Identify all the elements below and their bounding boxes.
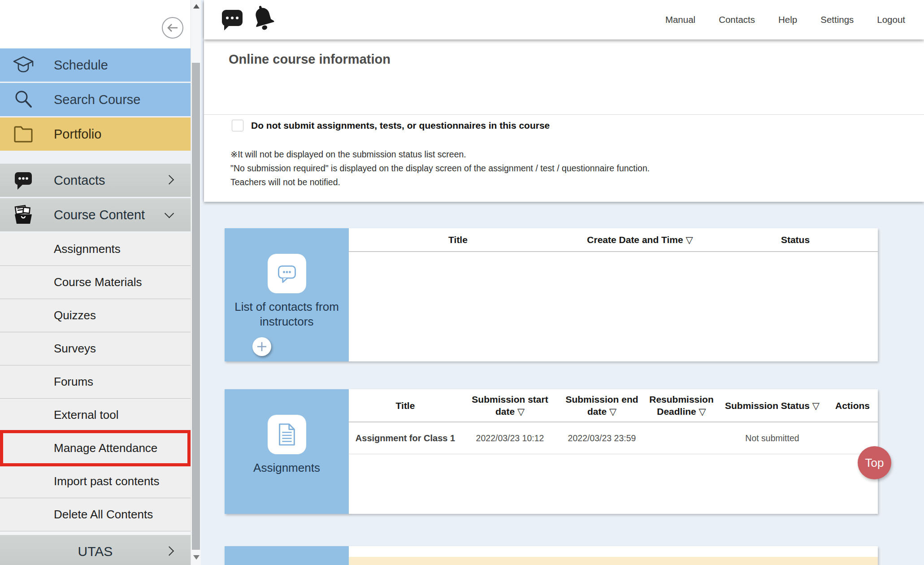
sidebar-item-search-course[interactable]: Search Course xyxy=(0,83,191,116)
sidebar-item-label: Search Course xyxy=(54,92,140,107)
sidebar-subitem-external-tool[interactable]: External tool xyxy=(0,399,191,432)
nav-logout[interactable]: Logout xyxy=(877,14,905,25)
sidebar-subitem-assignments[interactable]: Assignments xyxy=(0,233,191,266)
sidebar-subitem-label: Course Materials xyxy=(54,275,142,289)
nav-help[interactable]: Help xyxy=(778,14,797,25)
note-line: ※It will not be displayed on the submiss… xyxy=(230,148,650,161)
contacts-card: List of contacts from instructors Title … xyxy=(225,228,878,361)
sidebar-header xyxy=(0,0,191,48)
column-title[interactable]: Title xyxy=(349,400,462,412)
sidebar-subitem-label: Surveys xyxy=(54,342,96,356)
chevron-right-icon xyxy=(165,175,174,184)
content-box-icon xyxy=(13,204,34,226)
sidebar-subitem-import-past-contents[interactable]: Import past contents xyxy=(0,465,191,498)
bell-icon xyxy=(248,1,278,34)
next-card-table xyxy=(349,546,878,565)
cell-submission-end: 2022/03/23 23:59 xyxy=(558,433,646,443)
column-create-date-sort[interactable]: Create Date and Time ▽ xyxy=(567,234,713,246)
sidebar-item-label: Schedule xyxy=(54,58,108,73)
contacts-table-header: Title Create Date and Time ▽ Status xyxy=(349,228,878,251)
column-submission-status-sort[interactable]: Submission Status ▽ xyxy=(717,400,827,412)
nav-contacts[interactable]: Contacts xyxy=(719,14,755,25)
sidebar-item-label: Course Content xyxy=(54,208,145,222)
assignments-card-side: Assignments xyxy=(225,389,349,514)
sidebar-subitem-label: Quizzes xyxy=(54,309,96,322)
no-submit-option-row: Do not submit assignments, tests, or que… xyxy=(232,120,550,131)
sidebar-subitem-label: External tool xyxy=(54,408,119,422)
chevron-right-icon xyxy=(165,546,174,556)
sidebar-item-schedule[interactable]: Schedule xyxy=(0,48,191,82)
chat-bubble-icon xyxy=(13,170,34,191)
column-resubmission-deadline-sort[interactable]: Resubmission Deadline ▽ xyxy=(646,393,717,417)
sidebar-spacer xyxy=(0,151,191,164)
top-navigation: Manual Contacts Help Settings Logout xyxy=(665,0,905,39)
notes-block: ※It will not be displayed on the submiss… xyxy=(230,148,650,189)
course-info-panel: Online course information Do not submit … xyxy=(204,39,924,202)
table-row-highlighted xyxy=(349,557,878,565)
column-status[interactable]: Status xyxy=(713,234,878,246)
nav-settings[interactable]: Settings xyxy=(820,14,854,25)
no-submit-checkbox-label: Do not submit assignments, tests, or que… xyxy=(251,120,550,131)
sidebar-scrollbar xyxy=(191,0,201,565)
sidebar-item-portfolio[interactable]: Portfolio xyxy=(0,117,191,151)
card-label: List of contacts from instructors xyxy=(225,300,349,329)
sidebar-subitem-manage-attendance[interactable]: Manage Attendance xyxy=(0,432,191,465)
contacts-tile xyxy=(268,254,306,293)
chevron-down-icon xyxy=(165,209,174,218)
sidebar-spacer xyxy=(0,531,191,535)
sidebar-subitem-quizzes[interactable]: Quizzes xyxy=(0,299,191,332)
notifications-button[interactable] xyxy=(251,4,276,31)
messages-button[interactable] xyxy=(222,10,243,28)
sidebar-item-label: Contacts xyxy=(54,173,105,188)
column-actions: Actions xyxy=(827,400,878,412)
sidebar-item-course-content[interactable]: Course Content xyxy=(0,198,191,231)
scrollbar-up-arrow[interactable] xyxy=(193,4,200,9)
table-row xyxy=(349,546,878,557)
folder-icon xyxy=(13,123,34,145)
next-card-side xyxy=(225,546,349,565)
assignments-tile xyxy=(268,415,306,454)
contacts-table: Title Create Date and Time ▽ Status xyxy=(349,228,878,361)
scrollbar-down-arrow[interactable] xyxy=(193,555,200,560)
sidebar-item-label: UTAS xyxy=(78,544,113,559)
sidebar-subitem-label: Forums xyxy=(54,375,93,389)
column-title[interactable]: Title xyxy=(349,234,567,246)
scroll-to-top-label: Top xyxy=(865,456,884,470)
main-area: Manual Contacts Help Settings Logout Onl… xyxy=(204,0,924,565)
sidebar-subitem-label: Delete All Contents xyxy=(54,508,153,522)
sidebar-subitem-forums[interactable]: Forums xyxy=(0,365,191,399)
sidebar-subitem-label: Import past contents xyxy=(54,474,160,488)
search-icon xyxy=(13,89,34,110)
cell-submission-start: 2022/03/23 10:12 xyxy=(462,433,558,443)
column-submission-start-sort[interactable]: Submission start date ▽ xyxy=(462,393,558,417)
column-submission-end-sort[interactable]: Submission end date ▽ xyxy=(558,393,646,417)
scroll-to-top-button[interactable]: Top xyxy=(858,446,891,479)
sidebar-item-utas[interactable]: UTAS xyxy=(0,535,191,565)
table-row: Assignment for Class 1 2022/03/23 10:12 … xyxy=(349,422,878,454)
page-title: Online course information xyxy=(229,52,390,67)
cell-submission-status: Not submitted xyxy=(717,433,827,443)
add-contact-button[interactable] xyxy=(252,337,271,356)
sidebar-subitem-surveys[interactable]: Surveys xyxy=(0,332,191,365)
graduation-cap-icon xyxy=(13,54,34,76)
card-label: Assignments xyxy=(253,461,320,475)
sidebar-collapse-button[interactable] xyxy=(162,17,183,39)
sidebar-item-contacts[interactable]: Contacts xyxy=(0,164,191,197)
sidebar-subitem-label: Manage Attendance xyxy=(54,441,157,455)
note-line: Teachers will not be notified. xyxy=(230,175,650,189)
sidebar-subitem-course-materials[interactable]: Course Materials xyxy=(0,266,191,299)
chat-bubble-icon xyxy=(222,10,243,26)
divider xyxy=(349,251,878,252)
sidebar: Schedule Search Course Portfolio xyxy=(0,0,191,565)
sidebar-subitem-delete-all-contents[interactable]: Delete All Contents xyxy=(0,498,191,531)
chat-bubble-tail xyxy=(224,24,230,30)
scrollbar-thumb[interactable] xyxy=(192,63,200,550)
assignments-table-header: Title Submission start date ▽ Submission… xyxy=(349,389,878,422)
no-submit-checkbox[interactable] xyxy=(232,120,243,131)
top-bar: Manual Contacts Help Settings Logout xyxy=(204,0,924,39)
arrow-left-icon xyxy=(166,23,179,33)
assignments-card: Assignments Title Submission start date … xyxy=(225,389,878,514)
nav-manual[interactable]: Manual xyxy=(665,14,695,25)
cell-assignment-title: Assignment for Class 1 xyxy=(349,433,462,443)
divider xyxy=(204,114,924,115)
